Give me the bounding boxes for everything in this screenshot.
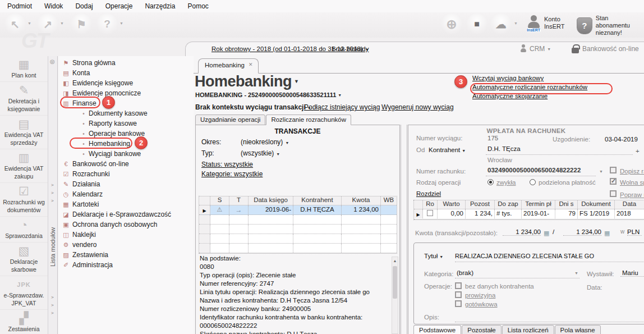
cloud-dropdown-icon[interactable]: ▼ (514, 21, 518, 25)
chevron-down-icon[interactable]: ▼ (599, 170, 603, 173)
panel-splitter[interactable] (401, 125, 407, 334)
column-header[interactable]: Pozost (466, 200, 495, 209)
chevron-right-icon[interactable]: > (51, 295, 54, 300)
scrollbar-thumb[interactable] (393, 266, 397, 299)
tree-item-wyciagi-bankowe[interactable]: • Wyciągi bankowe (58, 149, 194, 159)
column-header[interactable]: Warto (438, 200, 466, 209)
chevron-right-icon[interactable]: > (51, 182, 54, 187)
menu-item[interactable]: Narzędzia (139, 1, 181, 12)
subscription-status-button[interactable]: ? Stan abonamentunieznany! (577, 15, 644, 36)
sidebar-item-zestawienia[interactable]: ▞ Zestawienia (0, 310, 48, 334)
prowizyjna-checkbox[interactable] (455, 291, 462, 298)
tree-item-zestawienia[interactable]: ▨ Zestawienia (58, 250, 194, 260)
column-header[interactable]: Kontrahent (293, 196, 342, 205)
column-header[interactable] (414, 200, 423, 209)
konto-insert-button[interactable]: InsERT KontoInsERT (526, 15, 564, 31)
kwota-pozostalo-field[interactable]: 1 234,00 (563, 228, 601, 236)
tree-item-kartoteki[interactable]: ▦ Kartoteki (58, 199, 194, 209)
page-title[interactable]: Homebanking▼ (195, 73, 298, 90)
tree-item-ewidencje-ksiegowe[interactable]: ◧ Ewidencje księgowe (58, 78, 194, 88)
tree-item-bankowosc-on-line[interactable]: € Bankowość on-line (58, 159, 194, 169)
wystawil-field[interactable]: Mariu (620, 269, 644, 277)
menu-item[interactable]: Dodaj (69, 1, 99, 12)
tree-item-rozrachunki[interactable]: ☑ Rozrachunki (58, 169, 194, 179)
radio-zwykla[interactable] (487, 179, 494, 185)
column-header[interactable]: Data (615, 200, 644, 209)
tree-item-konta[interactable]: ▤ Konta (58, 68, 194, 78)
tree-item-vendero[interactable]: ⚙ vendero (58, 240, 194, 250)
sidebar-item-deklaracje-skarbowe[interactable]: ▧ Deklaracje skarbowe (0, 243, 48, 276)
column-header[interactable]: T (229, 196, 249, 205)
column-header[interactable]: Do zap (495, 200, 522, 209)
wczytaj-wyciag-link[interactable]: Wczytaj wyciąg bankowy (472, 75, 587, 81)
radio-podzielona-platnosc[interactable] (530, 179, 536, 185)
column-header[interactable]: Kwota (342, 196, 381, 205)
menu-item[interactable]: Widok (38, 1, 69, 12)
wygeneruj-wyciag-link[interactable]: Wygeneruj nowy wyciąg (381, 103, 454, 111)
tree-item-dzialania[interactable]: ✎ Działania (58, 179, 194, 189)
chevron-right-icon[interactable]: > (51, 190, 54, 195)
kategoria-select[interactable]: (brak)▼ (455, 269, 579, 278)
cloud-services-button[interactable]: ☁ (490, 13, 512, 35)
column-header[interactable]: Termin pł (522, 200, 555, 209)
od-type-selector[interactable]: Kontrahent▼ (429, 147, 466, 153)
dopisz-rachunek-checkbox[interactable] (610, 167, 617, 173)
brak-blokady-link[interactable]: Brak blokady (332, 45, 369, 52)
lista-modulow-label[interactable]: Lista modułów (49, 208, 57, 286)
tree-item-administracja[interactable]: ✐ Administracja (58, 260, 194, 270)
column-header[interactable]: Data księgo (249, 196, 293, 205)
tree-item-dokumenty-kasowe[interactable]: • Dokumenty kasowe (58, 108, 194, 118)
column-header[interactable]: Ro (423, 200, 438, 209)
details-scrollbar[interactable]: ▲ (392, 257, 398, 334)
row-checkbox[interactable] (427, 210, 433, 216)
context-status-label[interactable]: Brak kontekstu wyciągu transakcji▼ (195, 103, 311, 111)
tree-item-naklejki[interactable]: ◫ Naklejki (58, 230, 194, 240)
chevron-right-icon[interactable]: > (51, 310, 54, 315)
kategorie-filter-link[interactable]: Kategorie: wszystkie (201, 170, 263, 178)
package-button[interactable]: ■ (466, 13, 487, 35)
okres-select[interactable]: (nieokreślony)▼ (241, 138, 289, 146)
rozdziel-link[interactable]: Rozdziel (416, 190, 441, 197)
kontrahent-field[interactable]: D.H. TĘcza (486, 145, 633, 155)
crm-button[interactable]: CRM ▼ (520, 44, 551, 53)
tab-homebanking[interactable]: Homebanking✕ (198, 58, 259, 74)
help-dropdown-icon[interactable]: ▼ (119, 21, 123, 25)
web-button[interactable]: ⊕ (441, 13, 462, 35)
bez-danych-kontrahenta-checkbox[interactable] (455, 282, 462, 289)
menu-item[interactable]: Podmiot (1, 1, 38, 12)
numer-rachunku-field[interactable]: 03249000050000650024822222 (486, 167, 596, 176)
popraw-rozliczenie-checkbox[interactable] (610, 190, 617, 197)
opis-underline[interactable] (455, 322, 644, 322)
column-header[interactable] (199, 196, 210, 205)
column-header[interactable]: WB (381, 196, 397, 205)
sidebar-item-e-sprawozdawczosc[interactable]: JPK e-Sprawozdaw. JPK_VAT (0, 276, 48, 310)
sidebar-item-ewidencja-vat-zakupu[interactable]: ▥ Ewidencja VAT zakupu (0, 149, 48, 183)
chevron-right-icon[interactable]: > (51, 198, 54, 203)
tab-lista-rozliczen[interactable]: Lista rozliczeń (502, 325, 554, 334)
column-header[interactable]: Dokument (578, 200, 615, 209)
tab-pola-wlasne[interactable]: Pola własne (555, 325, 601, 334)
calculator-icon[interactable]: ▦ (604, 230, 610, 237)
back-dropdown-icon[interactable]: ▼ (27, 21, 31, 25)
tab-pozostale[interactable]: Pozostałe (462, 325, 502, 334)
tree-item-deklaracje-i-e-sprawozdawczosc[interactable]: ◪ Deklaracje i e-Sprawozdawczość (58, 209, 194, 219)
chevron-right-icon[interactable]: > (51, 303, 54, 308)
gotowkowa-checkbox[interactable] (455, 300, 462, 307)
sidebar-item-sprawozdania[interactable]: ◔ Sprawozdania (0, 217, 48, 243)
bankowosc-online-button[interactable]: Bankowość on-line (572, 44, 639, 53)
tab-podstawowe[interactable]: Podstawowe (413, 325, 461, 334)
tytul-value[interactable]: REALIZACJA DZIENNEGO ZLECENIA STAŁE GO (455, 253, 594, 259)
currency-field[interactable]: PLN (627, 228, 642, 236)
podlacz-wyciag-link[interactable]: Podłącz istniejący wyciąg (304, 103, 380, 111)
transaction-row[interactable]: ▶ ⚠ → 2019-06- D.H TĘCZA 1 234,00 (199, 205, 397, 215)
flag-button[interactable]: ⚑ (71, 13, 92, 35)
column-header[interactable]: Dni s (555, 200, 578, 209)
forward-dropdown-icon[interactable]: ▼ (60, 21, 64, 25)
status-filter-link[interactable]: Status: wszystkie (201, 161, 253, 168)
sidebar-item-plan-kont[interactable]: ▦ Plan kont (0, 56, 48, 82)
sidebar-item-ewidencja-vat-sprzedazy[interactable]: ▤ Ewidencja VAT sprzedaży (0, 116, 48, 149)
uzgodnienie-value[interactable]: 03-04-2019 (605, 136, 638, 143)
close-icon[interactable]: ✕ (249, 62, 253, 67)
tytul-selector[interactable]: Tytuł▼ (424, 253, 443, 259)
tab-rozliczanie-rozrachunkow[interactable]: Rozliczanie rozrachunków (266, 115, 351, 125)
